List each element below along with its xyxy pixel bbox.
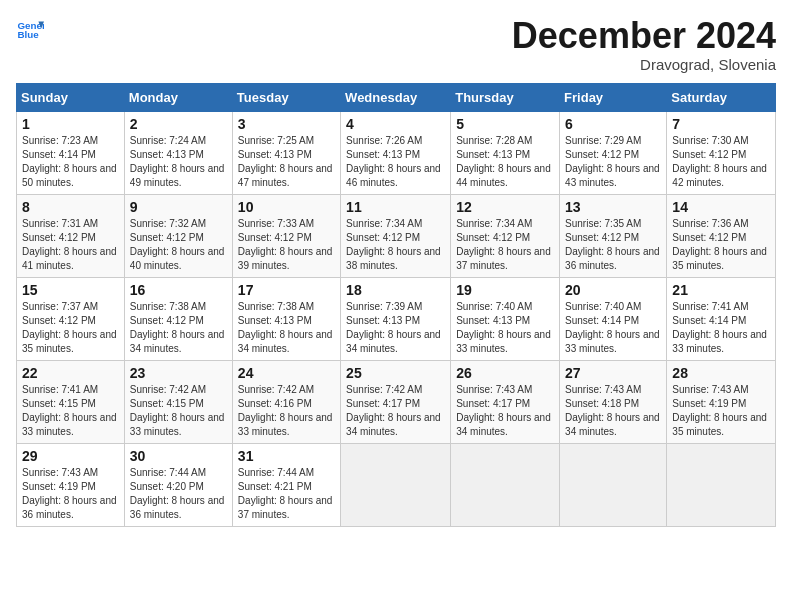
table-row: 6Sunrise: 7:29 AM Sunset: 4:12 PM Daylig… xyxy=(560,111,667,194)
table-row: 17Sunrise: 7:38 AM Sunset: 4:13 PM Dayli… xyxy=(232,277,340,360)
table-row: 1Sunrise: 7:23 AM Sunset: 4:14 PM Daylig… xyxy=(17,111,125,194)
title-block: December 2024 Dravograd, Slovenia xyxy=(512,16,776,73)
col-saturday: Saturday xyxy=(667,83,776,111)
table-row: 5Sunrise: 7:28 AM Sunset: 4:13 PM Daylig… xyxy=(451,111,560,194)
table-row: 11Sunrise: 7:34 AM Sunset: 4:12 PM Dayli… xyxy=(341,194,451,277)
table-row: 28Sunrise: 7:43 AM Sunset: 4:19 PM Dayli… xyxy=(667,360,776,443)
table-row: 2Sunrise: 7:24 AM Sunset: 4:13 PM Daylig… xyxy=(124,111,232,194)
table-row: 15Sunrise: 7:37 AM Sunset: 4:12 PM Dayli… xyxy=(17,277,125,360)
table-row: 18Sunrise: 7:39 AM Sunset: 4:13 PM Dayli… xyxy=(341,277,451,360)
table-row: 12Sunrise: 7:34 AM Sunset: 4:12 PM Dayli… xyxy=(451,194,560,277)
table-row: 20Sunrise: 7:40 AM Sunset: 4:14 PM Dayli… xyxy=(560,277,667,360)
week-row: 15Sunrise: 7:37 AM Sunset: 4:12 PM Dayli… xyxy=(17,277,776,360)
table-row: 29Sunrise: 7:43 AM Sunset: 4:19 PM Dayli… xyxy=(17,443,125,526)
week-row: 1Sunrise: 7:23 AM Sunset: 4:14 PM Daylig… xyxy=(17,111,776,194)
week-row: 8Sunrise: 7:31 AM Sunset: 4:12 PM Daylig… xyxy=(17,194,776,277)
svg-text:Blue: Blue xyxy=(17,29,39,40)
table-row: 14Sunrise: 7:36 AM Sunset: 4:12 PM Dayli… xyxy=(667,194,776,277)
col-thursday: Thursday xyxy=(451,83,560,111)
table-row xyxy=(667,443,776,526)
table-row: 22Sunrise: 7:41 AM Sunset: 4:15 PM Dayli… xyxy=(17,360,125,443)
table-row: 16Sunrise: 7:38 AM Sunset: 4:12 PM Dayli… xyxy=(124,277,232,360)
col-tuesday: Tuesday xyxy=(232,83,340,111)
table-row: 24Sunrise: 7:42 AM Sunset: 4:16 PM Dayli… xyxy=(232,360,340,443)
table-row: 9Sunrise: 7:32 AM Sunset: 4:12 PM Daylig… xyxy=(124,194,232,277)
calendar-table: Sunday Monday Tuesday Wednesday Thursday… xyxy=(16,83,776,527)
table-row: 7Sunrise: 7:30 AM Sunset: 4:12 PM Daylig… xyxy=(667,111,776,194)
table-row: 10Sunrise: 7:33 AM Sunset: 4:12 PM Dayli… xyxy=(232,194,340,277)
table-row: 4Sunrise: 7:26 AM Sunset: 4:13 PM Daylig… xyxy=(341,111,451,194)
table-row: 3Sunrise: 7:25 AM Sunset: 4:13 PM Daylig… xyxy=(232,111,340,194)
col-monday: Monday xyxy=(124,83,232,111)
header-row: Sunday Monday Tuesday Wednesday Thursday… xyxy=(17,83,776,111)
table-row xyxy=(560,443,667,526)
week-row: 22Sunrise: 7:41 AM Sunset: 4:15 PM Dayli… xyxy=(17,360,776,443)
table-row: 13Sunrise: 7:35 AM Sunset: 4:12 PM Dayli… xyxy=(560,194,667,277)
table-row: 31Sunrise: 7:44 AM Sunset: 4:21 PM Dayli… xyxy=(232,443,340,526)
month-title: December 2024 xyxy=(512,16,776,56)
table-row: 21Sunrise: 7:41 AM Sunset: 4:14 PM Dayli… xyxy=(667,277,776,360)
calendar-container: General Blue December 2024 Dravograd, Sl… xyxy=(0,0,792,535)
col-sunday: Sunday xyxy=(17,83,125,111)
table-row: 8Sunrise: 7:31 AM Sunset: 4:12 PM Daylig… xyxy=(17,194,125,277)
logo: General Blue xyxy=(16,16,44,44)
table-row: 19Sunrise: 7:40 AM Sunset: 4:13 PM Dayli… xyxy=(451,277,560,360)
logo-icon: General Blue xyxy=(16,16,44,44)
col-wednesday: Wednesday xyxy=(341,83,451,111)
table-row: 23Sunrise: 7:42 AM Sunset: 4:15 PM Dayli… xyxy=(124,360,232,443)
table-row: 25Sunrise: 7:42 AM Sunset: 4:17 PM Dayli… xyxy=(341,360,451,443)
header: General Blue December 2024 Dravograd, Sl… xyxy=(16,16,776,73)
table-row: 27Sunrise: 7:43 AM Sunset: 4:18 PM Dayli… xyxy=(560,360,667,443)
table-row xyxy=(451,443,560,526)
table-row: 26Sunrise: 7:43 AM Sunset: 4:17 PM Dayli… xyxy=(451,360,560,443)
col-friday: Friday xyxy=(560,83,667,111)
table-row xyxy=(341,443,451,526)
week-row: 29Sunrise: 7:43 AM Sunset: 4:19 PM Dayli… xyxy=(17,443,776,526)
location: Dravograd, Slovenia xyxy=(512,56,776,73)
table-row: 30Sunrise: 7:44 AM Sunset: 4:20 PM Dayli… xyxy=(124,443,232,526)
